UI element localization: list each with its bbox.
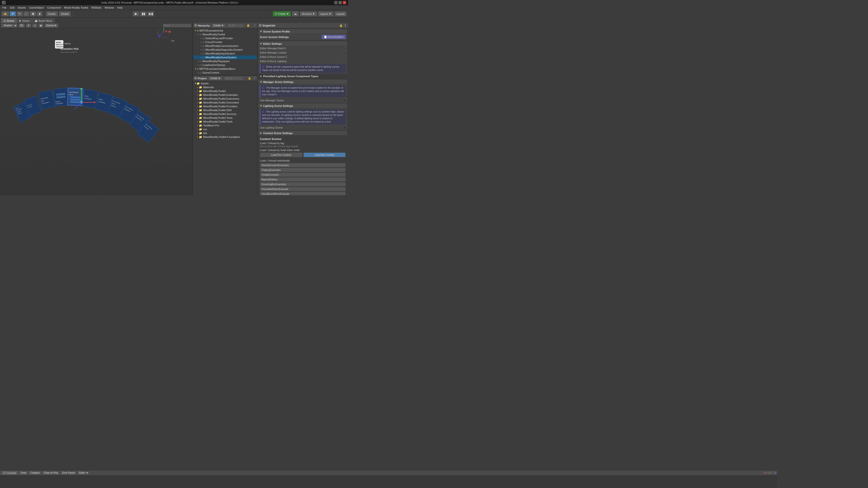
pause-button[interactable]: ▮▮ <box>140 11 147 17</box>
hierarchy-search-input[interactable] <box>227 24 244 28</box>
menu-edit[interactable]: Edit <box>9 6 16 9</box>
transform-tool[interactable]: ■ <box>37 11 43 17</box>
menu-gameobject[interactable]: GameObject <box>28 6 45 9</box>
hierarchy-scroll[interactable]: ▼⊕ MRTKExamplesHub►⬡ MixedRealityToolkit… <box>193 28 257 75</box>
hierarchy-lock-btn[interactable]: 🔒 <box>245 23 251 28</box>
project-folder-mixedrealitytoolkit-tests[interactable]: ►📁MixedRealityToolkit.Tests <box>193 116 257 120</box>
tab-asset-store[interactable]: ☕ Asset Store <box>32 18 55 23</box>
lighting-scene-header[interactable]: ▼ Lighting Scene Settings <box>258 103 347 108</box>
menu-window[interactable]: Window <box>103 6 115 9</box>
content-scene-handinteractionexamples[interactable]: HandInteractionExamples <box>260 163 346 167</box>
project-folder-mixedrealitytoolkit[interactable]: ►📁MixedRealityToolkit <box>193 89 257 93</box>
account-button[interactable]: Account ▼ <box>300 11 317 17</box>
play-button[interactable]: ▶ <box>133 11 140 17</box>
close-button[interactable]: ✕ <box>343 1 346 4</box>
use-lighting-scene-checkbox[interactable] <box>343 126 346 129</box>
hierarchy-item-mixed-reality-camera-system[interactable]: ►⬡ MixedRealityCameraSystem <box>193 44 257 48</box>
layout-button[interactable]: Layout <box>335 11 347 17</box>
step-button[interactable]: ▶▮ <box>148 11 154 17</box>
project-folder-mixedrealitytoolkit-examples[interactable]: ►📁MixedRealityToolkit.Examples <box>193 93 257 97</box>
hierarchy-item-default-raycast-provider[interactable]: ►⬡ DefaultRaycastProvider <box>193 36 257 40</box>
minimize-button[interactable]: − <box>334 1 338 4</box>
gizmos-button[interactable]: Gizmos ▼ <box>44 24 58 28</box>
scene-system-profile-header[interactable]: ▼ Scene System Profile <box>258 29 347 34</box>
inspector-more-btn[interactable]: ⋮ <box>344 24 347 27</box>
center-toggle[interactable]: Center <box>46 11 58 17</box>
menu-component[interactable]: Component <box>46 6 62 9</box>
project-folder-mixedrealitytoolkit-extensions[interactable]: ►📁MixedRealityToolkit.Extensions <box>193 97 257 101</box>
project-scroll[interactable]: ▼📁Assets►📁Materials►📁MixedRealityToolkit… <box>193 81 257 195</box>
hierarchy-item-mixed-reality-playspace[interactable]: ►⬡ MixedRealityPlayspace <box>193 59 257 63</box>
hierarchy-item-mixed-reality-input-system[interactable]: ►⬡ MixedRealityInputSystem <box>193 52 257 56</box>
content-scene-clippingexamples[interactable]: ClippingExamples <box>260 168 346 172</box>
hierarchy-item-mrtk-examples-hub-main-menu[interactable]: ▼⊕ MRTKExamplesHubMainMenu <box>193 67 257 71</box>
menu-file[interactable]: File <box>1 6 8 9</box>
hierarchy-create-btn[interactable]: Create ▼ <box>212 24 225 28</box>
inspector-lock-btn[interactable]: 🔒 <box>339 24 343 27</box>
2d-button[interactable]: 2D <box>19 24 25 28</box>
hierarchy-item-scene-content[interactable]: ►⬡ SceneContent <box>193 71 257 74</box>
tab-scene[interactable]: ◱ Scene <box>1 18 17 23</box>
content-scene-tooltipexamples[interactable]: TooltipExamples <box>260 172 346 177</box>
content-scene-header[interactable]: ► Content Scene Settings <box>258 131 347 135</box>
menu-mixed-reality[interactable]: Mixed Reality Toolkit <box>63 6 89 9</box>
hierarchy-item-mixed-reality-scene-system[interactable]: ►⬡ MixedRealitySceneSystem <box>193 56 257 59</box>
tab-game[interactable]: ▶ Game <box>17 18 32 23</box>
editor-enforce-lighting-checkbox[interactable] <box>343 60 346 63</box>
maximize-button[interactable]: □ <box>339 1 342 4</box>
effects-toggle[interactable]: ◆ <box>38 24 43 28</box>
hierarchy-more-btn[interactable]: ⋮ <box>253 24 256 27</box>
content-scene-pressablebuttonexample[interactable]: PressableButtonExample <box>260 187 346 191</box>
load-prev-content-button[interactable]: Load Prev Content <box>260 153 302 157</box>
scene-search-input[interactable] <box>163 24 191 28</box>
cloud-button[interactable]: ☁ <box>292 11 299 17</box>
project-assets-folder[interactable]: ▼📁Assets <box>193 82 257 85</box>
editor-manage-loaded-checkbox[interactable] <box>343 51 346 54</box>
audio-toggle[interactable]: ♫ <box>32 24 37 28</box>
rotate-tool[interactable]: ↻ <box>17 11 23 17</box>
hierarchy-item-mixed-reality-toolkit[interactable]: ►⬡ MixedRealityToolkit <box>193 33 257 36</box>
project-folder-mixedrealitytoolkit-generated[interactable]: ►📁MixedRealityToolkit.Generated <box>193 101 257 104</box>
project-folder-mixedrealitytoolkit-tools[interactable]: ►📁MixedRealityToolkit.Tools <box>193 120 257 124</box>
content-scene-handbasedmenuexample[interactable]: HandBasedMenuExample <box>260 192 346 195</box>
load-next-content-button[interactable]: Load Next Content <box>303 153 346 157</box>
project-folder-mixedreality-toolkit-foundation[interactable]: ►📁MixedReality.Toolkit.Foundation <box>193 135 257 139</box>
lighting-toggle[interactable]: ☀ <box>26 24 31 28</box>
layers-button[interactable]: Layers ▼ <box>318 11 334 17</box>
editor-manage-build-checkbox[interactable] <box>343 47 346 50</box>
editor-settings-header[interactable]: ▼ Editor Settings <box>258 41 347 46</box>
project-folder-mixedrealitytoolkit-services[interactable]: ►📁MixedRealityToolkit.Services <box>193 112 257 116</box>
scene-canvas[interactable]: MIXED REALITY TOOLKIT MRTK Examples Hub … <box>0 28 192 195</box>
project-folder-link[interactable]: ►📁link <box>193 131 257 135</box>
manager-scene-header[interactable]: ▼ Manager Scene Settings <box>258 79 347 84</box>
project-more-btn[interactable]: ⋮ <box>253 77 256 80</box>
use-manager-scene-checkbox[interactable] <box>343 99 346 102</box>
rect-tool[interactable]: ▣ <box>30 11 36 17</box>
project-search-input[interactable] <box>224 76 243 80</box>
hierarchy-item-mrtk-examples-hub[interactable]: ▼⊕ MRTKExamplesHub <box>193 29 257 33</box>
hierarchy-item-focus-provider[interactable]: ►⬡ FocusProvider <box>193 40 257 44</box>
permitted-lighting-header[interactable]: ► Permitted Lighting Scene Component Typ… <box>258 74 347 78</box>
project-lock-btn[interactable]: 🔒 <box>248 77 251 80</box>
documentation-button[interactable]: 📄 Documentation <box>322 35 346 39</box>
content-scene-materialgallery[interactable]: MaterialGallery <box>260 177 346 182</box>
menu-msbuild[interactable]: MSBuild <box>90 6 102 9</box>
project-folder-mixedrealitytoolkit-sdk[interactable]: ►📁MixedRealityToolkit.SDK <box>193 108 257 112</box>
content-scene-boundingboxexamples[interactable]: BoundingBoxExamples <box>260 182 346 186</box>
hand-tool[interactable]: ✍ <box>1 11 9 17</box>
scale-tool[interactable]: ↕ <box>24 11 29 17</box>
hierarchy-item-mixed-reality-diagnostics-system[interactable]: ►⬡ MixedRealityDiagnosticsSystem <box>193 48 257 52</box>
shaded-dropdown[interactable]: Shaded <box>1 24 18 28</box>
project-folder-textmesh pro[interactable]: ►📁TextMesh Pro <box>193 124 257 127</box>
project-folder-mixedrealitytoolkit-providers[interactable]: ►📁MixedRealityToolkit.Providers <box>193 104 257 108</box>
menu-assets[interactable]: Assets <box>17 6 27 9</box>
menu-help[interactable]: Help <box>116 6 124 9</box>
project-folder-materials[interactable]: ►📁Materials <box>193 85 257 89</box>
project-folder-csc[interactable]: ►📁csc <box>193 127 257 131</box>
project-create-btn[interactable]: Create ▼ <box>209 76 222 80</box>
move-tool[interactable]: ✥ <box>9 11 16 17</box>
editor-enforce-scene-checkbox[interactable] <box>343 56 346 58</box>
collab-button[interactable]: ☠ Collab ▼ <box>273 11 291 17</box>
hierarchy-item-load-hub-on-startup[interactable]: ►⬡ LoadHubOnStartup <box>193 63 257 67</box>
global-toggle[interactable]: Global <box>59 11 71 17</box>
